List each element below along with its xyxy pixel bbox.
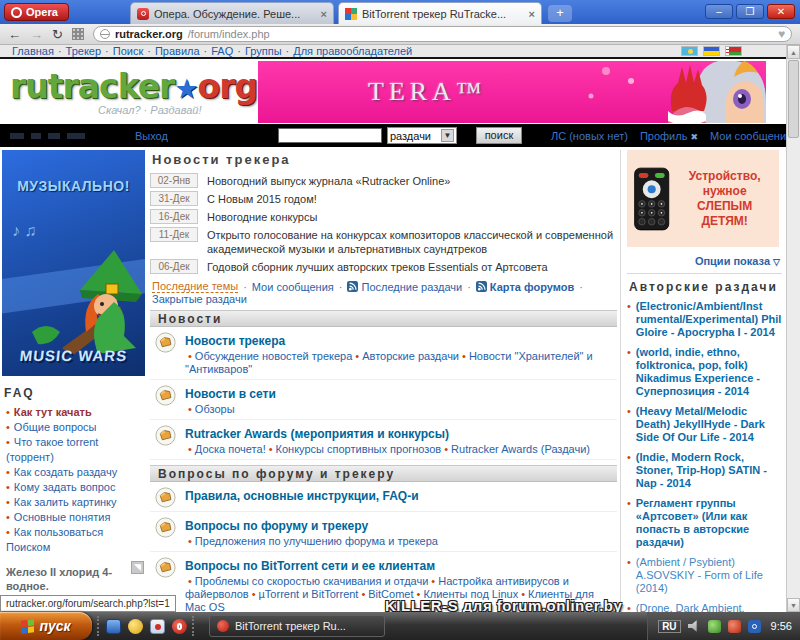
rutracker-logo[interactable]: rutracker★org bbox=[10, 67, 257, 106]
volume-icon[interactable] bbox=[688, 620, 701, 633]
opera-favicon bbox=[137, 8, 149, 20]
forum-folder-icon bbox=[155, 487, 176, 508]
minimize-button[interactable]: – bbox=[705, 4, 733, 19]
page-scrollbar[interactable]: ▲ ▼ bbox=[786, 45, 800, 612]
opera-menu-button[interactable]: Opera bbox=[4, 3, 69, 21]
musicwars-ad-banner[interactable]: МУЗЫКАЛЬНО! ♪ ♫ MUSIC WARS bbox=[2, 150, 145, 376]
forum-link[interactable]: Вопросы по форуму и трекеру bbox=[185, 519, 368, 533]
forum-link[interactable]: Правила, основные инструкции, FAQ-и bbox=[185, 489, 419, 503]
faq-link[interactable]: Общие вопросы bbox=[14, 421, 97, 433]
scroll-up-icon[interactable]: ▲ bbox=[787, 45, 800, 59]
flag-belarus-icon[interactable] bbox=[725, 46, 742, 56]
site-nav-link[interactable]: Главная bbox=[12, 45, 54, 57]
my-messages-link[interactable]: Мои сообщения bbox=[710, 130, 792, 142]
private-messages-link[interactable]: ЛС (новых нет) bbox=[551, 130, 628, 142]
forum-link[interactable]: Новости в сети bbox=[185, 387, 276, 401]
scroll-down-icon[interactable]: ▼ bbox=[787, 598, 800, 612]
profile-link[interactable]: Профиль ✖ bbox=[640, 130, 698, 142]
forum-link[interactable]: Rutracker Awards (мероприятия и конкурсы… bbox=[185, 427, 449, 441]
tab-rutracker[interactable]: BitTorrent трекер RuTracke... × bbox=[338, 2, 542, 24]
author-release-link[interactable]: (Drone, Dark Ambient, Abstract, Experime… bbox=[636, 602, 782, 612]
subforum-link[interactable]: µTorrent и BitTorrent bbox=[259, 588, 359, 600]
bullet-icon: • bbox=[6, 496, 10, 508]
opera-quick-launch-icon[interactable] bbox=[172, 619, 187, 634]
search-input[interactable] bbox=[278, 128, 382, 143]
subforum-link[interactable]: Доска почета! bbox=[195, 443, 266, 455]
search-button[interactable]: поиск bbox=[476, 127, 522, 144]
news-link[interactable]: Открыто голосование на конкурсах компози… bbox=[207, 227, 617, 256]
url-field[interactable]: rutracker.org /forum/index.php ♥ bbox=[93, 26, 792, 42]
reload-button[interactable]: ↻ bbox=[52, 28, 63, 41]
news-link[interactable]: С Новым 2015 годом! bbox=[207, 191, 317, 206]
quicklink[interactable]: Последние раздачи bbox=[347, 281, 462, 293]
new-tab-button[interactable]: + bbox=[548, 5, 572, 22]
site-nav-link[interactable]: Группы bbox=[245, 45, 282, 57]
flag-ukraine-icon[interactable] bbox=[703, 46, 720, 56]
blind-children-ad[interactable]: Устройство, нужное СЛЕПЫМ ДЕТЯМ! bbox=[627, 150, 779, 247]
faq-link[interactable]: Как залить картинку bbox=[14, 496, 117, 508]
site-nav-link[interactable]: Для правообладателей bbox=[293, 45, 412, 57]
site-nav-link[interactable]: Трекер bbox=[66, 45, 102, 57]
taskbar-window-button[interactable]: BitTorrent трекер Ru... bbox=[209, 615, 385, 637]
network-tray-icon[interactable] bbox=[708, 620, 721, 633]
faq-link[interactable]: Как создать раздачу bbox=[14, 466, 117, 478]
scrollbar-thumb[interactable] bbox=[788, 60, 799, 138]
tab-forum-discussion[interactable]: Опера. Обсуждение. Реше... × bbox=[130, 2, 334, 24]
opera-tray-icon[interactable] bbox=[748, 620, 761, 633]
subforum-link[interactable]: Обсуждение новостей трекера bbox=[195, 350, 352, 362]
quick-launch-icon[interactable] bbox=[128, 619, 143, 634]
display-options-link[interactable]: Опции показа ▽ bbox=[627, 255, 780, 267]
back-button[interactable]: ← bbox=[8, 28, 21, 41]
language-indicator[interactable]: RU bbox=[658, 620, 680, 633]
author-release-link[interactable]: (Electronic/Ambient/Inst rumental/Experi… bbox=[636, 300, 782, 339]
search-category-select[interactable]: раздачи ▼ bbox=[387, 127, 457, 144]
tera-ad-banner[interactable]: TERA™ bbox=[258, 61, 766, 123]
start-button[interactable]: пуск bbox=[0, 612, 92, 640]
faq-link[interactable]: Как тут качать bbox=[14, 406, 92, 418]
subforum-link[interactable]: Конкурсы спортивных прогнозов bbox=[276, 443, 442, 455]
forum-link[interactable]: Вопросы по BitTorrent сети и ее клиентам bbox=[185, 559, 435, 573]
flag-kazakhstan-icon[interactable] bbox=[681, 46, 698, 56]
site-nav-link[interactable]: FAQ bbox=[211, 45, 233, 57]
bullet-icon: • bbox=[6, 421, 10, 433]
close-button[interactable]: ✕ bbox=[767, 4, 795, 19]
news-link[interactable]: Новогодние конкурсы bbox=[207, 209, 317, 224]
news-link[interactable]: Новогодний выпуск журнала «Rutracker Onl… bbox=[207, 173, 450, 188]
tab-close-icon[interactable]: × bbox=[321, 8, 327, 20]
quicklink[interactable]: Мои сообщения bbox=[252, 281, 334, 293]
audio-tray-icon[interactable] bbox=[728, 620, 741, 633]
forum-link[interactable]: Новости трекера bbox=[185, 334, 285, 348]
faq-link[interactable]: Как пользоваться Поиском bbox=[6, 526, 103, 553]
speed-dial-icon[interactable] bbox=[72, 28, 84, 40]
subforum-link[interactable]: Авторские раздачи bbox=[362, 350, 459, 362]
bullet-icon: • bbox=[627, 346, 631, 398]
author-release-link[interactable]: (Ambient / Psybient) A.SOVSKIY - Form of… bbox=[636, 556, 782, 595]
subforum-link[interactable]: Проблемы со скоростью скачивания и отдач… bbox=[195, 575, 428, 587]
tera-girl-illustration bbox=[576, 61, 766, 123]
author-release-link[interactable]: (Indie, Modern Rock, Stoner, Trip-Hop) S… bbox=[636, 451, 782, 490]
show-desktop-icon[interactable] bbox=[106, 619, 121, 634]
quick-launch-disk-icon[interactable] bbox=[150, 619, 165, 634]
site-nav-link[interactable]: Поиск bbox=[113, 45, 143, 57]
bullet-icon: • bbox=[188, 443, 192, 455]
subforum-link[interactable]: Обзоры bbox=[195, 403, 235, 415]
subforum-link[interactable]: Rutracker Awards (Раздачи) bbox=[451, 443, 590, 455]
author-release-link[interactable]: (world, indie, ethno, folktronica, pop, … bbox=[636, 346, 782, 398]
maximize-button[interactable]: ❐ bbox=[736, 4, 764, 19]
quicklink[interactable]: Последние темы bbox=[152, 280, 238, 293]
faq-link[interactable]: Кому задать вопрос bbox=[14, 481, 116, 493]
forward-button[interactable]: → bbox=[30, 28, 43, 41]
logout-link[interactable]: Выход bbox=[135, 130, 168, 142]
site-nav-link[interactable]: Правила bbox=[155, 45, 200, 57]
bookmark-heart-icon[interactable]: ♥ bbox=[778, 27, 785, 41]
tab-close-icon[interactable]: × bbox=[529, 8, 535, 20]
faq-link[interactable]: Что такое torrent (торрент) bbox=[6, 436, 98, 463]
subforum-link[interactable]: Предложения по улучшению форума и трекер… bbox=[195, 535, 438, 547]
quicklink[interactable]: Карта форумов bbox=[476, 281, 574, 293]
news-link[interactable]: Годовой сборник лучших авторских треков … bbox=[207, 259, 548, 274]
ad-corner-icon[interactable]: ◥ bbox=[131, 561, 144, 574]
quicklink[interactable]: Закрытые раздачи bbox=[152, 293, 247, 305]
author-release-link[interactable]: (Heavy Metal/Melodic Death) JekyllHyde -… bbox=[636, 405, 782, 444]
author-release-link[interactable]: Регламент группы «Артсовет» (Или как поп… bbox=[636, 497, 782, 549]
faq-link[interactable]: Основные понятия bbox=[14, 511, 111, 523]
